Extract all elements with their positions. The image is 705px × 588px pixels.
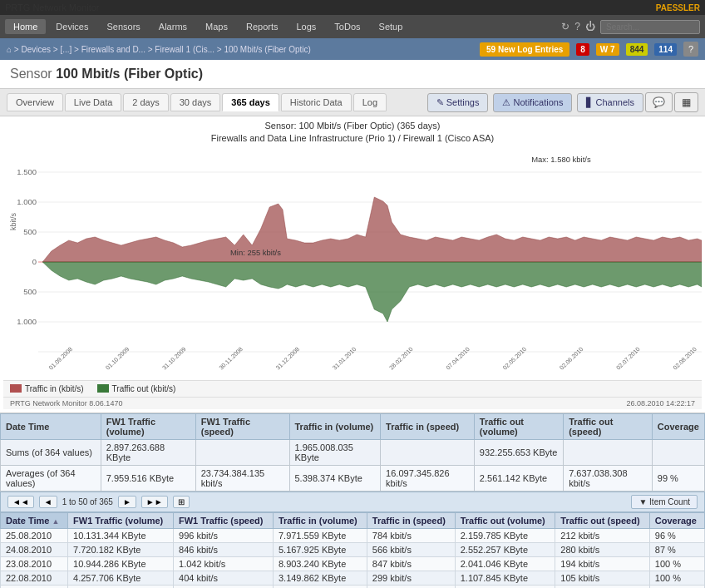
table-cell: 784 kbit/s: [367, 528, 455, 542]
search-input[interactable]: [600, 20, 700, 34]
avgs-invol: 5.398.374 KByte: [289, 465, 381, 491]
summary-row-sums: Sums (of 364 values) 2.897.263.688 KByte…: [1, 439, 705, 465]
avgs-outspd: 7.637.038.308 kbit/s: [564, 465, 653, 491]
table-cell: 8.903.240 KByte: [273, 556, 367, 571]
comment-button[interactable]: 💬: [645, 92, 673, 112]
avgs-inspd: 16.097.345.826 kbit/s: [381, 465, 475, 491]
sensor-label: Sensor: [10, 67, 52, 81]
summary-header-outvol: Traffic out (volume): [474, 413, 563, 439]
table-cell: 566 kbit/s: [367, 542, 455, 556]
nav-logs[interactable]: Logs: [288, 19, 325, 34]
tab-overview[interactable]: Overview: [7, 93, 63, 111]
data-table-body: 25.08.201010.131.344 KByte996 kbit/s7.97…: [1, 528, 705, 588]
alarm-badge-blue[interactable]: 114: [654, 43, 677, 56]
chart-container: Sensor: 100 Mbit/s (Fiber Optic) (365 da…: [0, 116, 705, 413]
svg-text:1.000: 1.000: [17, 198, 37, 206]
nav-devices[interactable]: Devices: [47, 19, 96, 34]
table-cell: 22.08.2010: [1, 571, 68, 585]
alarm-badge-orange[interactable]: W 7: [596, 43, 619, 56]
tab-30days[interactable]: 30 days: [170, 93, 221, 111]
table-cell: 87 %: [649, 542, 704, 556]
tab-365days[interactable]: 365 days: [222, 93, 279, 111]
chart-legend: Traffic in (kbit/s) Traffic out (kbit/s): [3, 380, 702, 397]
table-cell: 100 %: [649, 585, 704, 588]
grid-button[interactable]: ▦: [674, 92, 698, 112]
data-table: Date Time ▲ FW1 Traffic (volume) FW1 Tra…: [0, 512, 705, 588]
table-cell: 996 kbit/s: [174, 528, 274, 542]
table-cell: 194 kbit/s: [555, 556, 650, 571]
table-cell: 7.720.182 KByte: [68, 542, 174, 556]
nav-todos[interactable]: ToDos: [326, 19, 368, 34]
nav-setup[interactable]: Setup: [371, 19, 412, 34]
data-table-controls: ◄◄ ◄ 1 to 50 of 365 ► ►► ⊞ ▼ Item Count: [0, 492, 705, 512]
table-cell: 10.131.344 KByte: [68, 528, 174, 542]
table-cell: 3.149.862 KByte: [273, 571, 367, 585]
tab-historic[interactable]: Historic Data: [281, 93, 352, 111]
alarm-badge-red[interactable]: 8: [576, 43, 589, 56]
summary-header-datetime: Date Time: [1, 413, 101, 439]
table-cell: 7.971.559 KByte: [273, 528, 367, 542]
help-button[interactable]: ?: [683, 42, 698, 57]
svg-text:500: 500: [23, 288, 37, 296]
tab-settings[interactable]: ✎ Settings: [427, 93, 489, 112]
col-outvol[interactable]: Traffic out (volume): [455, 512, 555, 528]
avgs-fw1vol: 7.959.516 KByte: [101, 465, 195, 491]
col-datetime[interactable]: Date Time ▲: [1, 512, 68, 528]
sums-outvol: 932.255.653 KByte: [474, 439, 563, 465]
svg-text:1.500: 1.500: [17, 168, 37, 176]
sensor-header: Sensor 100 Mbit/s (Fiber Optic): [0, 60, 705, 89]
nav-reports[interactable]: Reports: [238, 19, 287, 34]
new-log-button[interactable]: 59 New Log Entries: [480, 42, 569, 57]
svg-text:kbit/s: kbit/s: [9, 212, 17, 230]
table-cell: 105 kbit/s: [555, 571, 650, 585]
table-cell: 355 kbit/s: [367, 585, 455, 588]
col-fw1vol[interactable]: FW1 Traffic (volume): [68, 512, 174, 528]
sums-fw1spd: [195, 439, 289, 465]
col-invol[interactable]: Traffic in (volume): [273, 512, 367, 528]
export-button[interactable]: ⊞: [173, 496, 190, 508]
table-cell: 125 kbit/s: [555, 585, 650, 588]
chart-wrap: 1.500 1.000 500 0 500 1.000 kbit/s Max: …: [3, 147, 702, 380]
summary-header-fw1vol: FW1 Traffic (volume): [101, 413, 195, 439]
tab-log[interactable]: Log: [353, 93, 387, 111]
help-icon[interactable]: ?: [574, 21, 580, 32]
col-coverage[interactable]: Coverage: [649, 512, 704, 528]
last-page-button[interactable]: ►►: [141, 496, 168, 508]
refresh-icon[interactable]: ↻: [561, 21, 569, 32]
avgs-label: Averages (of 364 values): [1, 465, 101, 491]
nav-home[interactable]: Home: [5, 19, 46, 34]
alarm-badge-yellow[interactable]: 844: [626, 43, 648, 56]
tab-notifications[interactable]: ⚠ Notifications: [493, 93, 572, 112]
table-cell: 23.08.2010: [1, 556, 68, 571]
prev-page-button[interactable]: ◄: [39, 496, 57, 508]
table-cell: 100 %: [649, 556, 704, 571]
nav-maps[interactable]: Maps: [197, 19, 236, 34]
summary-table: Date Time FW1 Traffic (volume) FW1 Traff…: [0, 413, 705, 492]
nav-sensors[interactable]: Sensors: [98, 19, 148, 34]
item-count-button[interactable]: ▼ Item Count: [631, 495, 698, 509]
col-fw1spd[interactable]: FW1 Traffic (speed): [174, 512, 274, 528]
summary-header-invol: Traffic in (volume): [289, 413, 381, 439]
sensor-name: 100 Mbit/s (Fiber Optic): [56, 67, 203, 81]
first-page-button[interactable]: ◄◄: [7, 496, 34, 508]
sums-invol: 1.965.008.035 KByte: [289, 439, 381, 465]
svg-text:1.000: 1.000: [17, 318, 37, 326]
sums-coverage: [652, 439, 704, 465]
table-cell: 280 kbit/s: [555, 542, 650, 556]
chart-svg: 1.500 1.000 500 0 500 1.000 kbit/s Max: …: [3, 147, 702, 380]
chart-footer: PRTG Network Monitor 8.06.1470 26.08.201…: [3, 397, 702, 409]
nav-alarms[interactable]: Alarms: [150, 19, 195, 34]
tab-live[interactable]: Live Data: [65, 93, 121, 111]
chart-min-label: Min: 255 kbit/s: [230, 249, 281, 257]
table-cell: 212 kbit/s: [555, 528, 650, 542]
table-cell: 100 %: [649, 571, 704, 585]
col-inspd[interactable]: Traffic in (speed): [367, 512, 455, 528]
next-page-button[interactable]: ►: [118, 496, 136, 508]
chart-title: Sensor: 100 Mbit/s (Fiber Optic) (365 da…: [3, 120, 702, 146]
tab-channels[interactable]: ▋ Channels: [577, 93, 643, 112]
tab-2days[interactable]: 2 days: [123, 93, 168, 111]
col-outspd[interactable]: Traffic out (speed): [555, 512, 650, 528]
page-info: 1 to 50 of 365: [62, 497, 113, 506]
power-icon[interactable]: ⏻: [585, 21, 595, 32]
table-cell: 1.320.928 KByte: [455, 585, 555, 588]
